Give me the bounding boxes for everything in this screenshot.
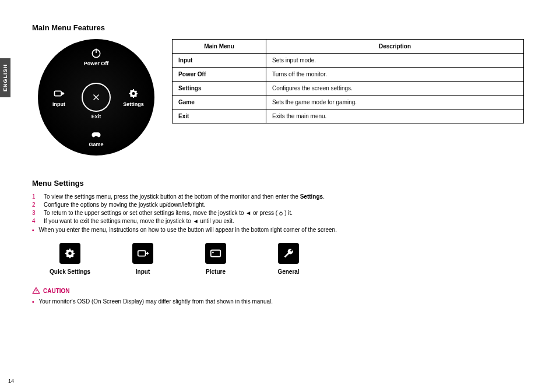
joystick-menu-diagram: Power Off Input Settings Game: [32, 39, 160, 156]
settings-icon-row: Quick Settings Input Picture General: [50, 243, 524, 275]
close-icon: [91, 92, 101, 103]
table-cell-name: Power Off: [173, 68, 266, 82]
icon-label: Quick Settings: [50, 269, 90, 275]
table-row: ExitExits the main menu.: [173, 110, 524, 123]
menu-settings-steps: 1 To view the settings menu, press the j…: [32, 193, 524, 224]
table-cell-name: Exit: [173, 110, 266, 123]
page-number: 14: [8, 378, 14, 384]
menu-option-label: Exit: [92, 114, 101, 119]
menu-option-label: Power Off: [84, 61, 109, 66]
language-side-tab: ENGLISH: [0, 58, 10, 97]
table-cell-name: Settings: [173, 82, 266, 96]
svg-point-3: [132, 92, 135, 95]
step-text: To view the settings menu, press the joy…: [44, 193, 325, 200]
menu-option-label: Input: [52, 101, 65, 107]
step-4: 4 If you want to exit the settings menu,…: [32, 218, 524, 224]
menu-option-settings: Settings: [116, 88, 151, 107]
step-number: 2: [32, 202, 38, 208]
caution-text: Your monitor's OSD (On Screen Display) m…: [39, 298, 273, 306]
gear-icon: [128, 88, 139, 100]
step-text: If you want to exit the settings menu, m…: [44, 218, 234, 224]
svg-rect-2: [55, 91, 62, 96]
menu-option-game: Game: [79, 129, 114, 147]
table-header-main-menu: Main Menu: [173, 40, 266, 54]
step-1: 1 To view the settings menu, press the j…: [32, 193, 524, 200]
main-menu-features-heading: Main Menu Features: [32, 23, 524, 32]
gear-icon: [59, 243, 80, 264]
input-item: Input: [122, 243, 163, 275]
svg-point-8: [68, 252, 72, 256]
gamepad-icon: [90, 129, 103, 140]
table-cell-name: Input: [173, 54, 266, 68]
table-cell-desc: Configures the screen settings.: [266, 82, 524, 96]
note-text: When you enter the menu, instructions on…: [39, 227, 337, 234]
caution-note: • Your monitor's OSD (On Screen Display)…: [32, 298, 524, 306]
table-cell-desc: Exits the main menu.: [266, 110, 524, 123]
table-cell-desc: Turns off the monitor.: [266, 68, 524, 82]
bullet-dot: •: [32, 227, 34, 234]
wrench-gear-icon: [278, 243, 299, 264]
menu-option-power-off: Power Off: [79, 47, 114, 66]
picture-icon: [205, 243, 226, 264]
svg-point-11: [212, 252, 213, 253]
menu-option-label: Game: [89, 142, 103, 147]
step-number: 3: [32, 210, 38, 216]
power-icon: [90, 47, 102, 59]
menu-settings-note: • When you enter the menu, instructions …: [32, 227, 524, 234]
general-item: General: [268, 243, 309, 275]
step-2: 2 Configure the options by moving the jo…: [32, 202, 524, 208]
table-cell-name: Game: [173, 96, 266, 110]
step-text: Configure the options by moving the joys…: [44, 202, 205, 208]
icon-label: Input: [136, 269, 150, 275]
menu-option-input: Input: [41, 88, 76, 107]
step-text: To return to the upper settings or set o…: [44, 210, 293, 216]
menu-option-exit: [82, 83, 111, 112]
input-icon: [53, 88, 65, 100]
table-row: SettingsConfigures the screen settings.: [173, 82, 524, 96]
press-icon: [277, 210, 284, 216]
step-number: 4: [32, 218, 38, 224]
icon-label: Picture: [206, 269, 226, 275]
input-icon: [132, 243, 153, 264]
caution-label: CAUTION: [32, 287, 524, 295]
picture-item: Picture: [195, 243, 236, 275]
step-number: 1: [32, 193, 38, 200]
quick-settings-item: Quick Settings: [50, 243, 90, 275]
svg-rect-10: [211, 250, 221, 257]
main-menu-table: Main Menu Description InputSets input mo…: [172, 39, 524, 123]
table-header-description: Description: [266, 40, 524, 54]
menu-option-label: Settings: [123, 101, 144, 107]
table-row: GameSets the game mode for gaming.: [173, 96, 524, 110]
table-cell-desc: Sets the game mode for gaming.: [266, 96, 524, 110]
step-3: 3 To return to the upper settings or set…: [32, 210, 524, 216]
table-row: InputSets input mode.: [173, 54, 524, 68]
table-row: Power OffTurns off the monitor.: [173, 68, 524, 82]
table-cell-desc: Sets input mode.: [266, 54, 524, 68]
svg-point-13: [36, 292, 37, 293]
svg-rect-9: [138, 251, 146, 256]
menu-settings-heading: Menu Settings: [32, 179, 524, 188]
bullet-dot: •: [32, 298, 34, 306]
warning-icon: [32, 287, 40, 295]
icon-label: General: [277, 269, 299, 275]
